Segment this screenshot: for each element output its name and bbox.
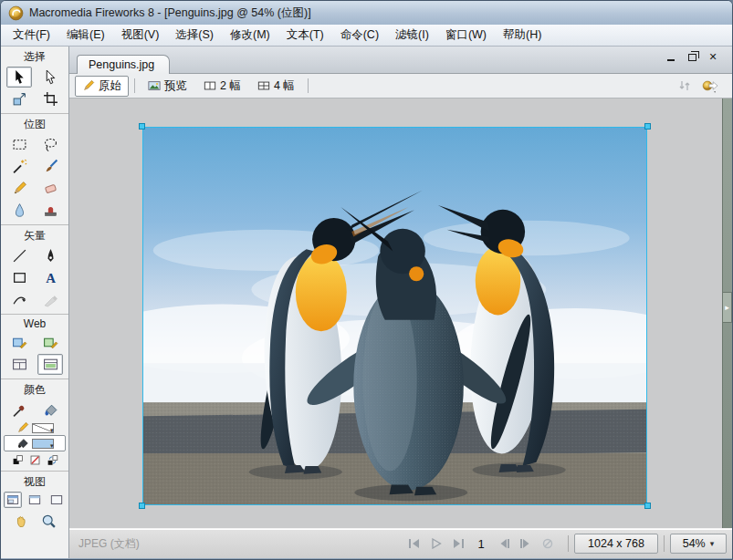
menu-bar: 文件(F) 编辑(E) 视图(V) 选择(S) 修改(M) 文本(T) 命令(C… bbox=[1, 25, 732, 47]
next-frame-button[interactable] bbox=[518, 537, 533, 550]
play-button[interactable] bbox=[429, 537, 444, 550]
selection-handle-top-left[interactable] bbox=[139, 123, 145, 130]
menu-modify[interactable]: 修改(M) bbox=[222, 25, 278, 46]
tools-section-bitmap: 位图 bbox=[1, 113, 68, 224]
collapsed-panel-strip: ▸ bbox=[722, 99, 732, 528]
penguins-photo bbox=[143, 128, 646, 504]
document-tab[interactable]: Penguins.jpg bbox=[77, 55, 170, 74]
rectangle-tool-icon[interactable] bbox=[6, 267, 32, 288]
hand-tool-icon[interactable] bbox=[12, 512, 30, 530]
menu-help[interactable]: 帮助(H) bbox=[495, 25, 550, 46]
tools-panel: 选择 位图 bbox=[1, 47, 69, 558]
preview-view-button[interactable]: 预览 bbox=[141, 76, 194, 97]
full-screen-with-menus-mode-button[interactable] bbox=[26, 492, 44, 508]
frame-controls: 1 bbox=[407, 537, 555, 551]
zoom-tool-icon[interactable] bbox=[39, 512, 58, 530]
quick-export-button[interactable] bbox=[701, 78, 719, 94]
two-up-view-button[interactable]: 2 幅 bbox=[196, 76, 248, 97]
pointer-tool-icon[interactable] bbox=[6, 67, 32, 88]
file-type-label: JPEG (文档) bbox=[79, 536, 402, 552]
pencil-tool-icon[interactable] bbox=[6, 178, 32, 199]
pencil-icon bbox=[82, 79, 95, 92]
tools-section-label: 视图 bbox=[4, 474, 66, 490]
selection-handle-top-right[interactable] bbox=[644, 123, 651, 130]
rubber-stamp-tool-icon[interactable] bbox=[37, 200, 63, 221]
tools-section-web: Web bbox=[1, 314, 68, 379]
eyedropper-tool-icon[interactable] bbox=[6, 399, 32, 420]
document-area: Penguins.jpg ✕ 原始 预览 bbox=[69, 47, 732, 558]
four-pane-icon bbox=[257, 79, 270, 92]
tools-section-label: 矢量 bbox=[4, 228, 66, 244]
stroke-color-swatch[interactable]: ▾ bbox=[32, 423, 54, 433]
pen-tool-icon[interactable] bbox=[37, 245, 63, 266]
brush-tool-icon[interactable] bbox=[37, 156, 63, 177]
previous-frame-button[interactable] bbox=[497, 537, 511, 550]
two-pane-icon bbox=[204, 79, 216, 92]
sort-arrows-icon bbox=[677, 78, 692, 93]
restore-button[interactable] bbox=[686, 51, 698, 63]
rectangle-hotspot-tool-icon[interactable] bbox=[6, 332, 32, 353]
four-up-view-button[interactable]: 4 幅 bbox=[250, 76, 302, 97]
document-header: Penguins.jpg ✕ bbox=[69, 47, 732, 73]
menu-filters[interactable]: 滤镜(I) bbox=[387, 25, 437, 46]
menu-view[interactable]: 视图(V) bbox=[113, 25, 168, 46]
menu-text[interactable]: 文本(T) bbox=[278, 25, 332, 46]
crop-tool-icon[interactable] bbox=[37, 88, 63, 109]
loop-button[interactable] bbox=[540, 537, 555, 550]
dropdown-arrow-icon: ▾ bbox=[710, 539, 715, 548]
default-colors-button[interactable] bbox=[11, 453, 25, 467]
image-thumbnail-icon bbox=[148, 79, 161, 92]
fill-color-swatch[interactable]: ▾ bbox=[32, 439, 54, 449]
menu-file[interactable]: 文件(F) bbox=[5, 25, 58, 46]
window-title: Macromedia Fireworks 8 - [Penguins.jpg @… bbox=[29, 5, 311, 21]
hide-hotspots-slices-button[interactable] bbox=[6, 354, 32, 375]
menu-edit[interactable]: 编辑(E) bbox=[58, 25, 113, 46]
close-button[interactable]: ✕ bbox=[707, 51, 719, 63]
preview-toolbar: 原始 预览 2 幅 4 幅 bbox=[69, 73, 732, 99]
tools-section-label: 位图 bbox=[4, 117, 66, 132]
standard-screen-mode-button[interactable] bbox=[4, 492, 22, 508]
menu-commands[interactable]: 命令(C) bbox=[332, 25, 387, 46]
line-tool-icon[interactable] bbox=[6, 245, 32, 266]
selection-handle-bottom-left[interactable] bbox=[139, 503, 145, 509]
selection-handle-bottom-right[interactable] bbox=[644, 503, 651, 509]
scale-tool-icon[interactable] bbox=[6, 88, 32, 109]
status-bar: JPEG (文档) 1 1024 x 768 54% ▾ bbox=[69, 528, 732, 558]
tools-section-label: 选择 bbox=[4, 49, 66, 65]
slice-tool-icon[interactable] bbox=[37, 332, 63, 353]
frame-number: 1 bbox=[473, 537, 489, 551]
canvas-area[interactable]: ▸ bbox=[69, 99, 732, 528]
swap-colors-button[interactable] bbox=[46, 453, 59, 467]
eraser-tool-icon[interactable] bbox=[37, 178, 63, 199]
subselection-tool-icon[interactable] bbox=[37, 67, 63, 88]
canvas-dimensions: 1024 x 768 bbox=[574, 534, 658, 554]
canvas-image-penguins[interactable] bbox=[142, 127, 647, 505]
no-stroke-fill-button[interactable] bbox=[28, 453, 42, 467]
knife-tool-icon bbox=[37, 289, 63, 310]
magic-wand-tool-icon[interactable] bbox=[6, 156, 32, 177]
menu-window[interactable]: 窗口(W) bbox=[437, 25, 495, 46]
zoom-level-dropdown[interactable]: 54% ▾ bbox=[670, 534, 727, 554]
lasso-tool-icon[interactable] bbox=[37, 134, 63, 155]
fireworks-logo-icon bbox=[8, 5, 24, 21]
paint-bucket-tool-icon[interactable] bbox=[37, 399, 63, 420]
title-bar: Macromedia Fireworks 8 - [Penguins.jpg @… bbox=[1, 1, 732, 25]
tools-section-label: 颜色 bbox=[4, 382, 66, 398]
fill-color-bucket-icon bbox=[16, 437, 29, 450]
blur-tool-icon[interactable] bbox=[6, 200, 32, 221]
freeform-tool-icon[interactable] bbox=[6, 289, 32, 310]
svg-text:A: A bbox=[46, 271, 56, 285]
minimize-button[interactable] bbox=[665, 51, 677, 63]
first-frame-button[interactable] bbox=[407, 537, 422, 550]
menu-select[interactable]: 选择(S) bbox=[167, 25, 222, 46]
show-hotspots-slices-button[interactable] bbox=[37, 354, 63, 375]
marquee-tool-icon[interactable] bbox=[6, 134, 32, 155]
panel-expander-arrow[interactable]: ▸ bbox=[722, 292, 732, 323]
tools-section-label: Web bbox=[4, 317, 66, 330]
full-screen-mode-button[interactable] bbox=[47, 492, 66, 508]
original-view-button[interactable]: 原始 bbox=[75, 76, 129, 97]
tools-section-colors: 颜色 ▾ ▾ bbox=[1, 379, 68, 471]
last-frame-button[interactable] bbox=[451, 537, 466, 550]
text-tool-icon[interactable]: A bbox=[37, 267, 63, 288]
tools-section-vector: 矢量 A bbox=[1, 224, 68, 314]
